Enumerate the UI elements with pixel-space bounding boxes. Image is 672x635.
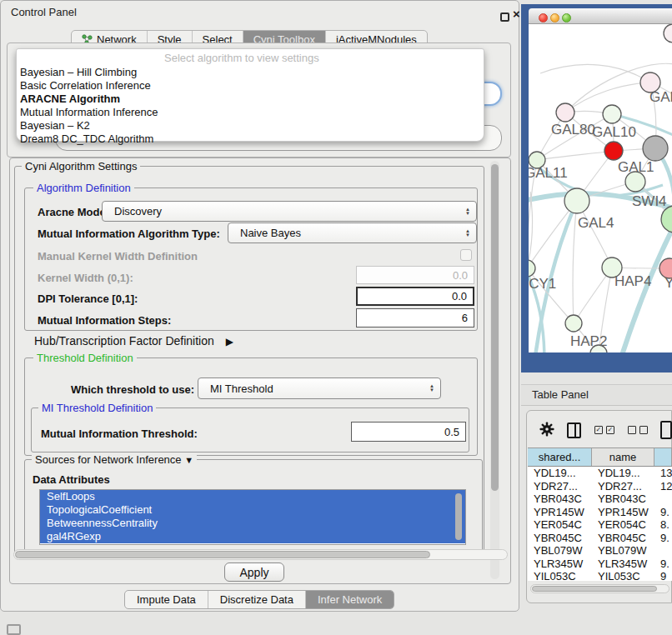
network-node[interactable] [664, 24, 672, 42]
table-cell: YBR043C [528, 492, 592, 506]
close-traffic-light-icon[interactable] [539, 13, 548, 22]
network-node[interactable] [661, 206, 672, 232]
table-row[interactable]: YLR345WYLR345W9. [528, 558, 672, 571]
table-row[interactable]: YBR043CYBR043C [528, 492, 672, 506]
table-panel-title: Table Panel [532, 388, 589, 401]
network-node-gal4[interactable] [564, 188, 589, 213]
table-horizontal-scrollbar-thumb[interactable] [532, 586, 657, 592]
data-attributes-list[interactable]: SelfLoopsTopologicalCoefficientBetweenne… [39, 489, 466, 545]
node-label: GAL1 [618, 159, 654, 175]
kernel-width-field[interactable]: 0.0 [356, 266, 474, 284]
table-cell: 9. [654, 532, 672, 545]
node-label: GAL10 [592, 124, 636, 140]
combo-spinner-icon: ▲▼ [465, 208, 470, 216]
data-attribute-item[interactable]: BetweennessCentrality [40, 517, 465, 530]
node-label: GAL [649, 89, 672, 105]
table-cell: YBL079W [592, 544, 654, 558]
tab-infer-network-label: Infer Network [318, 593, 382, 606]
close-window-icon[interactable]: × [513, 7, 520, 21]
table-cell: YBR043C [592, 492, 654, 506]
table-row[interactable]: YBR045CYBR045C9. [528, 532, 672, 545]
table-row[interactable]: YER054CYER054C8. [528, 518, 672, 532]
threshold-definition-legend: Threshold Definition [33, 352, 137, 364]
table-row[interactable]: YPR145WYPR145W9. [528, 506, 672, 519]
table-cell: YPR145W [528, 506, 592, 519]
table-cell: YLR345W [592, 558, 654, 571]
algorithm-option[interactable]: Mutual Information Inference [18, 106, 482, 119]
columns-icon[interactable] [567, 422, 581, 438]
column-header[interactable]: shared... [528, 448, 592, 466]
table-cell: YLR345W [528, 558, 592, 571]
data-attribute-item[interactable]: SelfLoops [40, 490, 465, 503]
deselect-all-checkboxes-icon[interactable] [628, 426, 648, 434]
manual-kernel-label: Manual Kernel Width Definition [38, 250, 198, 262]
gear-icon[interactable] [539, 422, 554, 439]
data-attribute-item[interactable]: TopologicalCoefficient [40, 503, 465, 517]
network-node-gal80[interactable] [556, 103, 574, 122]
table-cell: YER054C [528, 518, 592, 532]
settings-horizontal-scrollbar-thumb[interactable] [15, 551, 430, 558]
minimize-traffic-light-icon[interactable] [550, 13, 559, 22]
mi-type-combobox[interactable]: Naive Bayes ▲▼ [228, 222, 477, 243]
table-toolbar: ✓ ✓ [526, 415, 672, 445]
aracne-mode-value: Discovery [103, 205, 162, 218]
data-attributes-label: Data Attributes [33, 473, 110, 486]
column-header[interactable]: name [592, 448, 654, 466]
tab-infer-network[interactable]: Infer Network [306, 591, 394, 608]
table-cell: YDL19... [528, 467, 592, 480]
node-table: shared...name YDL19...YDL19...13YDR27...… [528, 448, 672, 581]
algorithm-option[interactable]: Bayesian – Hill Climbing [18, 66, 482, 79]
mi-steps-field[interactable]: 6 [356, 308, 474, 328]
manual-kernel-checkbox[interactable] [460, 249, 472, 261]
bottom-tabbar: Impute Data Discretize Data Infer Networ… [124, 590, 394, 609]
zoom-traffic-light-icon[interactable] [562, 13, 571, 22]
minimized-panel-icon[interactable] [7, 624, 21, 635]
algorithm-option[interactable]: Bayesian – K2 [18, 119, 482, 132]
float-window-icon[interactable] [500, 12, 509, 22]
algorithm-option[interactable]: Dream8 DC_TDC Algorithm [18, 132, 482, 146]
algorithm-dropdown-list: Bayesian – Hill ClimbingBasic Correlatio… [18, 66, 482, 146]
mi-threshold-label: Mutual Information Threshold: [41, 428, 198, 440]
column-header[interactable] [654, 448, 672, 466]
data-attribute-item[interactable]: gal4RGexp [40, 530, 465, 543]
table-row[interactable]: YDL19...YDL19...13 [528, 467, 672, 480]
network-node-gal1[interactable] [604, 142, 623, 160]
tab-discretize-data[interactable]: Discretize Data [208, 591, 306, 608]
algorithm-option[interactable]: ARACNE Algorithm [18, 92, 482, 106]
sources-legend[interactable]: Sources for Network Inference ▼ [32, 453, 197, 466]
which-threshold-combobox[interactable]: MI Threshold ▲▼ [198, 378, 441, 399]
collapsed-arrow-icon[interactable]: ▶ [226, 336, 233, 348]
table-cell: YDR27... [592, 480, 654, 493]
network-node-gal10[interactable] [603, 105, 621, 123]
network-canvas[interactable]: GALGAL80GAL10GAL1GAL11SWI4GAL4GCY1HAP4YH… [529, 24, 672, 352]
network-node-hap2[interactable] [565, 315, 582, 332]
table-row[interactable]: YBL079WYBL079W [528, 544, 672, 558]
algorithm-option[interactable]: Basic Correlation Inference [18, 79, 482, 92]
network-node-gcy1[interactable] [529, 260, 535, 277]
select-all-checkboxes-icon[interactable]: ✓ ✓ [594, 426, 614, 434]
mi-threshold-field[interactable]: 0.5 [351, 422, 466, 442]
dpi-tolerance-field[interactable]: 0.0 [356, 287, 474, 306]
apply-button[interactable]: Apply [224, 562, 284, 582]
table-cell: YER054C [592, 518, 654, 532]
network-edge [573, 201, 577, 323]
network-edge [540, 64, 650, 82]
cyni-algorithm-settings-legend: Cyni Algorithm Settings [22, 160, 140, 172]
table-cell: YBL079W [528, 544, 592, 558]
tab-impute-data-label: Impute Data [137, 593, 196, 606]
network-node[interactable] [643, 136, 668, 161]
expanded-arrow-icon[interactable]: ▼ [184, 455, 193, 465]
file-icon[interactable] [660, 421, 672, 439]
tab-impute-data[interactable]: Impute Data [125, 591, 208, 608]
attributes-scrollbar-thumb[interactable] [455, 493, 462, 540]
table-cell: YIL053C [592, 570, 654, 581]
control-panel-window: Control Panel × Network Style Select [0, 0, 519, 612]
table-row[interactable]: YIL053CYIL053C9 [528, 570, 672, 581]
aracne-mode-combobox[interactable]: Discovery ▲▼ [102, 201, 477, 222]
which-threshold-value: MI Threshold [198, 382, 273, 395]
network-graph: GALGAL80GAL10GAL1GAL11SWI4GAL4GCY1HAP4YH… [529, 24, 672, 352]
table-row[interactable]: YDR27...YDR27...12 [528, 480, 672, 493]
hub-transcription-factor-section[interactable]: Hub/Transcription Factor Definition ▶ [34, 334, 233, 348]
settings-vertical-scrollbar-thumb[interactable] [491, 164, 499, 491]
tab-discretize-data-label: Discretize Data [220, 593, 293, 606]
